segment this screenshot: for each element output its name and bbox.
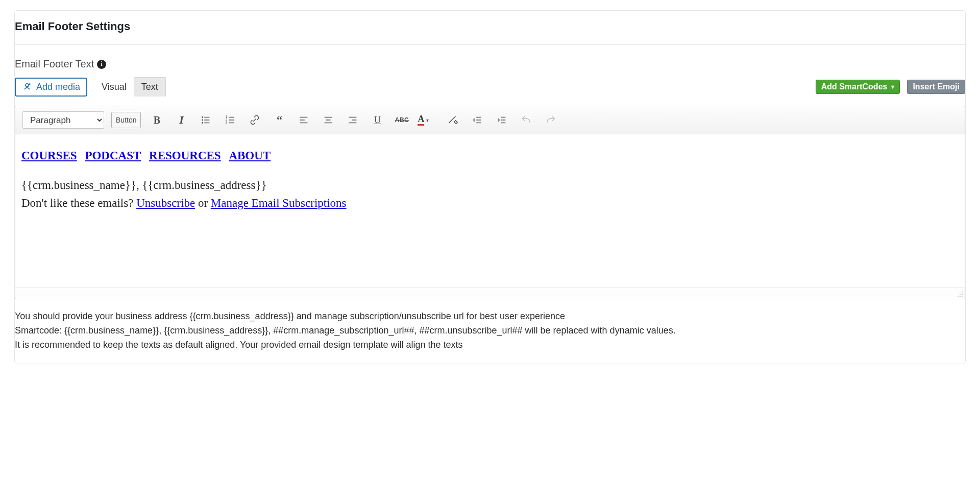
blockquote-button[interactable]: “ (271, 112, 288, 128)
svg-point-1 (29, 83, 30, 85)
editor-status-bar (15, 288, 965, 299)
redo-button[interactable] (542, 112, 559, 128)
align-left-button[interactable] (295, 112, 312, 128)
text-color-button[interactable]: A ▾ (418, 112, 437, 128)
svg-rect-32 (958, 296, 959, 297)
add-media-label: Add media (36, 82, 80, 92)
footer-or: or (195, 197, 211, 209)
editor-toolbar: Paragraph Button B I 123 “ (15, 106, 965, 134)
clear-format-button[interactable] (444, 112, 461, 128)
svg-point-6 (202, 122, 204, 124)
footer-link-podcast[interactable]: PODCAST (85, 149, 141, 162)
svg-text:3: 3 (226, 121, 228, 124)
help-line-1: You should provide your business address… (15, 309, 965, 324)
indent-button[interactable] (493, 112, 510, 128)
chevron-down-icon: ▾ (426, 117, 429, 123)
header-divider (15, 44, 965, 45)
email-footer-settings-panel: Email Footer Settings Email Footer Text … (14, 10, 966, 364)
insert-emoji-button[interactable]: Insert Emoji (907, 80, 965, 94)
svg-point-4 (202, 119, 204, 121)
footer-line-2-pre: Don't like these emails? (21, 197, 136, 209)
media-bar: Add media Visual Text Add SmartCodes ▾ I… (15, 77, 965, 97)
footer-link-resources[interactable]: RESOURCES (149, 149, 221, 162)
editor-tabs: Visual Text (94, 77, 166, 97)
add-media-button[interactable]: Add media (15, 78, 87, 97)
svg-point-0 (26, 84, 29, 87)
svg-rect-33 (960, 296, 961, 297)
bold-button[interactable]: B (148, 112, 165, 128)
align-center-button[interactable] (320, 112, 337, 128)
section-label: Email Footer Text (15, 58, 94, 70)
ordered-list-button[interactable]: 123 (222, 112, 239, 128)
strikethrough-button[interactable]: ABC (393, 112, 410, 128)
editor-frame: Paragraph Button B I 123 “ (15, 106, 965, 299)
underline-button[interactable]: U (369, 112, 386, 128)
undo-button[interactable] (518, 112, 535, 128)
media-icon (22, 82, 32, 92)
help-line-2: Smartcode: {{crm.business_name}}, {{crm.… (15, 324, 965, 338)
add-smartcodes-label: Add SmartCodes (821, 82, 888, 91)
footer-line-1: {{crm.business_name}}, {{crm.business_ad… (21, 176, 957, 195)
italic-button[interactable]: I (173, 112, 190, 128)
editor-content[interactable]: COURSES PODCAST RESOURCES ABOUT {{crm.bu… (15, 134, 965, 288)
resize-handle-icon[interactable] (957, 291, 964, 298)
footer-nav-links: COURSES PODCAST RESOURCES ABOUT (21, 147, 957, 165)
footer-line-2: Don't like these emails? Unsubscribe or … (21, 194, 957, 212)
svg-rect-31 (962, 294, 963, 295)
text-color-icon: A (418, 114, 424, 126)
footer-link-about[interactable]: ABOUT (229, 149, 271, 162)
outdent-button[interactable] (469, 112, 486, 128)
panel-title: Email Footer Settings (15, 20, 965, 39)
bullet-list-button[interactable] (197, 112, 214, 128)
tab-text[interactable]: Text (134, 77, 166, 97)
panel-header: Email Footer Settings (15, 20, 965, 45)
help-line-3: It is recommended to keep the texts as d… (15, 338, 965, 352)
svg-rect-34 (962, 296, 963, 297)
unsubscribe-link[interactable]: Unsubscribe (136, 197, 195, 209)
tab-visual[interactable]: Visual (94, 77, 134, 97)
manage-subscriptions-link[interactable]: Manage Email Subscriptions (211, 197, 347, 209)
add-smartcodes-button[interactable]: Add SmartCodes ▾ (816, 80, 900, 94)
footer-body: {{crm.business_name}}, {{crm.business_ad… (21, 176, 957, 212)
section-label-row: Email Footer Text i (15, 58, 965, 70)
help-text: You should provide your business address… (15, 309, 965, 352)
footer-link-courses[interactable]: COURSES (21, 149, 77, 162)
format-select[interactable]: Paragraph (22, 111, 104, 129)
chevron-down-icon: ▾ (891, 83, 894, 90)
svg-rect-30 (960, 294, 961, 295)
svg-rect-29 (962, 292, 963, 293)
svg-point-2 (202, 116, 204, 118)
link-button[interactable] (246, 112, 263, 128)
align-right-button[interactable] (344, 112, 361, 128)
button-insert[interactable]: Button (111, 112, 141, 128)
info-icon[interactable]: i (97, 60, 106, 69)
